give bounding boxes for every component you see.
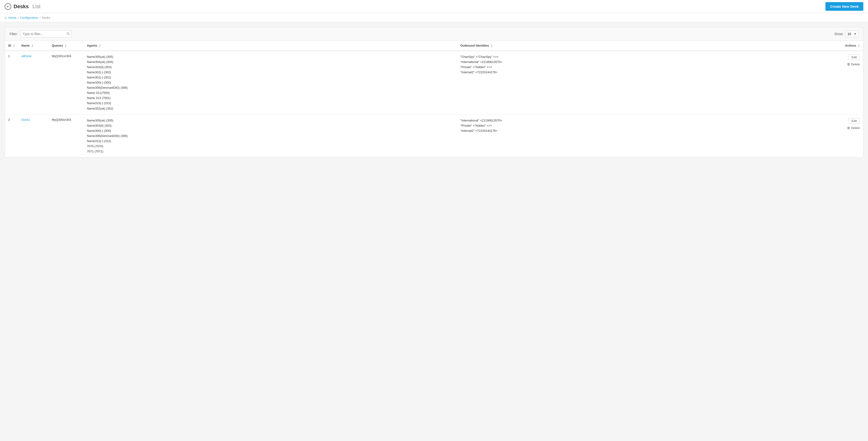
breadcrumb-current: Desks [42, 16, 50, 20]
show-label: Show: [834, 32, 843, 36]
sort-actions[interactable]: ▲▼ [858, 44, 860, 48]
agent-entry: Name352(uk) (352) [87, 106, 454, 111]
desks-table: ID ▲▼ Name ▲▼ Queues ▲▼ Agents ▲▼ [5, 41, 863, 157]
agent-entry: Name305(uk) (305) [87, 118, 454, 123]
cell-name[interactable]: Desk1 [18, 114, 49, 157]
col-name[interactable]: Name ▲▼ [18, 41, 49, 51]
col-agents[interactable]: Agents ▲▼ [84, 41, 457, 51]
svg-line-1 [69, 34, 69, 35]
cell-agents: Name305(uk) (305)Name304(uk) (304)Name30… [84, 51, 457, 115]
table-body: 1allDeskMyQ301or304Name305(uk) (305)Name… [5, 51, 863, 157]
agent-entry: Name303(it) (303) [87, 65, 454, 70]
header-left: Desks List [5, 3, 40, 10]
agent-entry: Name306(DenmarkDID) (306) [87, 85, 454, 90]
delete-label: Delete [851, 126, 860, 130]
cell-agents: Name305(uk) (305)Name303(it) (303)Name30… [84, 114, 457, 157]
col-outbound-label: Outbound Identities [460, 44, 489, 47]
agent-entry: Name 311(7000) [87, 90, 454, 95]
breadcrumb-configuration[interactable]: Configuration [20, 16, 38, 20]
cell-outbound-identities: "International" <21190613570>"Private" <… [457, 114, 840, 157]
actions-column: Edit 🗑 Delete [843, 54, 860, 66]
agent-entry: Name305(uk) (305) [87, 54, 454, 59]
svg-point-0 [67, 33, 69, 34]
trash-icon: 🗑 [847, 126, 850, 130]
cell-actions: Edit 🗑 Delete [840, 114, 863, 157]
breadcrumb-sep-1: / [18, 16, 19, 20]
agent-entry: Name315(-) (315) [87, 101, 454, 106]
delete-button[interactable]: 🗑 Delete [847, 126, 860, 130]
trash-icon: 🗑 [847, 62, 850, 66]
outbound-entry: "Private" <"hidden" <>> [460, 65, 836, 70]
filter-input[interactable] [20, 30, 71, 37]
delete-button[interactable]: 🗑 Delete [847, 62, 860, 66]
filter-bar: Filter: Show: 10 25 50 100 [5, 27, 863, 41]
cell-queues: MyQ301or304 [49, 51, 84, 115]
breadcrumb-sep-2: / [39, 16, 40, 20]
actions-column: Edit 🗑 Delete [843, 118, 860, 130]
agent-entry: Name301(-) (301) [87, 75, 454, 80]
agent-entry: Name312(-) (312) [87, 139, 454, 144]
col-outbound[interactable]: Outbound Identities ▲▼ [457, 41, 840, 51]
back-button[interactable] [5, 3, 11, 10]
page-title-sub: List [32, 3, 40, 9]
outbound-entry: "International" <21190613570> [460, 59, 836, 65]
cell-actions: Edit 🗑 Delete [840, 51, 863, 115]
col-actions[interactable]: Actions ▲▼ [840, 41, 863, 51]
search-icon-button[interactable] [66, 32, 70, 36]
outbound-entry: "ChanSpy" <"ChanSpy" <>> [460, 54, 836, 59]
filter-input-wrap [20, 30, 71, 37]
agent-entry: Name300(-) (300) [87, 128, 454, 134]
table-row: 1allDeskMyQ301or304Name305(uk) (305)Name… [5, 51, 863, 115]
col-queues-label: Queues [52, 44, 63, 47]
breadcrumb: ⌂ Home / Configuration / Desks [0, 13, 868, 22]
create-new-desk-button[interactable]: Create New Desk [826, 2, 863, 11]
agent-entry: Name300(-) (300) [87, 80, 454, 85]
agent-entry: Name302(-) (302) [87, 70, 454, 75]
main-content: Filter: Show: 10 25 50 100 [0, 22, 868, 162]
data-table-wrap: ID ▲▼ Name ▲▼ Queues ▲▼ Agents ▲▼ [5, 41, 863, 157]
agent-entry: Name306(DenmarkDID) (306) [87, 134, 454, 139]
col-id-label: ID [8, 44, 11, 47]
breadcrumb-home[interactable]: Home [8, 16, 17, 20]
agent-entry: 7070 (7070) [87, 144, 454, 149]
agent-entry: Name 313 (7001) [87, 95, 454, 101]
sort-id[interactable]: ▲▼ [13, 44, 15, 48]
col-agents-label: Agents [87, 44, 97, 47]
home-icon: ⌂ [5, 16, 7, 20]
agent-entry: Name304(uk) (304) [87, 59, 454, 65]
show-select[interactable]: 10 25 50 100 [845, 31, 859, 37]
edit-button[interactable]: Edit [848, 118, 860, 124]
sort-agents[interactable]: ▲▼ [99, 44, 101, 48]
edit-button[interactable]: Edit [848, 54, 860, 60]
page-title-main: Desks [13, 3, 29, 9]
col-queues[interactable]: Queues ▲▼ [49, 41, 84, 51]
outbound-entry: "Private" <"hidden" <>> [460, 123, 836, 128]
outbound-entry: "Internat2" <72220144176> [460, 128, 836, 134]
sort-name[interactable]: ▲▼ [32, 44, 33, 48]
agent-entry: Name303(it) (303) [87, 123, 454, 128]
cell-id: 1 [5, 51, 18, 115]
sort-outbound[interactable]: ▲▼ [491, 44, 493, 48]
filter-left: Filter: [9, 30, 71, 37]
cell-name[interactable]: allDesk [18, 51, 49, 115]
search-icon [66, 32, 70, 35]
outbound-entry: "International" <21190613570> [460, 118, 836, 123]
col-name-label: Name [22, 44, 30, 47]
agent-entry: 7071 (7071) [87, 149, 454, 154]
col-actions-label: Actions [845, 44, 856, 47]
cell-outbound-identities: "ChanSpy" <"ChanSpy" <>>"International" … [457, 51, 840, 115]
back-icon [6, 5, 9, 8]
col-id[interactable]: ID ▲▼ [5, 41, 18, 51]
table-header: ID ▲▼ Name ▲▼ Queues ▲▼ Agents ▲▼ [5, 41, 863, 51]
sort-queues[interactable]: ▲▼ [65, 44, 67, 48]
filter-label: Filter: [9, 32, 18, 36]
outbound-entry: "Internat2" <72220144176> [460, 70, 836, 75]
page-header: Desks List Create New Desk [0, 0, 868, 13]
filter-right: Show: 10 25 50 100 [834, 31, 859, 37]
table-row: 2Desk1MyQ300or303Name305(uk) (305)Name30… [5, 114, 863, 157]
delete-label: Delete [851, 62, 860, 66]
cell-id: 2 [5, 114, 18, 157]
cell-queues: MyQ300or303 [49, 114, 84, 157]
